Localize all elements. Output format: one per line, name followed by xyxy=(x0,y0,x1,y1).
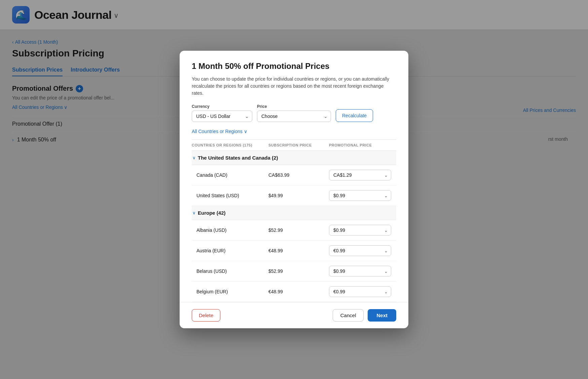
recalculate-button[interactable]: Recalculate xyxy=(336,109,373,122)
sub-price-cell: $52.99 xyxy=(268,227,329,233)
table-row: Belgium (EUR) €48.99 €0.99 xyxy=(192,282,396,302)
sub-price-cell: $49.99 xyxy=(268,193,329,198)
sub-price-cell: CA$63.99 xyxy=(268,172,329,178)
modal-body: 1 Month 50% off Promotional Prices You c… xyxy=(180,51,408,302)
currency-price-row: Currency USD - US Dollar Price Choose xyxy=(192,104,396,122)
country-cell: Austria (EUR) xyxy=(192,248,268,253)
header-promo-price: PROMOTIONAL PRICE xyxy=(329,143,396,147)
promo-price-cell: €0.99 xyxy=(329,286,396,297)
sub-price-cell: €48.99 xyxy=(268,248,329,253)
sub-price-cell: $52.99 xyxy=(268,268,329,274)
promo-price-select[interactable]: CA$1.29 xyxy=(329,170,391,180)
table-row: Albania (USD) $52.99 $0.99 xyxy=(192,220,396,241)
country-cell: Belgium (EUR) xyxy=(192,289,268,294)
price-label: Price xyxy=(257,104,331,109)
all-countries-chevron-icon: ∨ xyxy=(244,129,247,134)
country-cell: Albania (USD) xyxy=(192,227,268,233)
country-cell: Belarus (USD) xyxy=(192,268,268,274)
country-cell: Canada (CAD) xyxy=(192,172,268,178)
currency-select-wrapper: USD - US Dollar xyxy=(192,111,252,122)
table-header: COUNTRIES OR REGIONS (175) SUBSCRIPTION … xyxy=(192,140,396,151)
modal-description: You can choose to update the price for i… xyxy=(192,76,396,97)
promo-price-select[interactable]: $0.99 xyxy=(329,190,391,201)
promo-price-cell: $0.99 xyxy=(329,225,396,236)
table-row: Austria (EUR) €48.99 €0.99 xyxy=(192,241,396,261)
modal-title: 1 Month 50% off Promotional Prices xyxy=(192,61,396,71)
promo-price-cell: $0.99 xyxy=(329,190,396,201)
promo-price-select[interactable]: €0.99 xyxy=(329,286,391,297)
all-countries-link[interactable]: All Countries or Regions ∨ xyxy=(192,129,396,134)
delete-button[interactable]: Delete xyxy=(192,309,220,322)
countries-table[interactable]: COUNTRIES OR REGIONS (175) SUBSCRIPTION … xyxy=(192,139,396,302)
promo-price-select[interactable]: €0.99 xyxy=(329,245,391,256)
header-countries: COUNTRIES OR REGIONS (175) xyxy=(192,143,268,147)
cancel-button[interactable]: Cancel xyxy=(333,309,364,322)
header-sub-price: SUBSCRIPTION PRICE xyxy=(268,143,329,147)
promo-price-cell: $0.99 xyxy=(329,266,396,277)
promo-price-cell: CA$1.29 xyxy=(329,170,396,180)
currency-field-group: Currency USD - US Dollar xyxy=(192,104,252,122)
group-europe: ∨ Europe (42) xyxy=(192,206,396,220)
promo-price-cell: €0.99 xyxy=(329,245,396,256)
modal-footer: Delete Cancel Next xyxy=(180,302,408,328)
promo-price-select[interactable]: $0.99 xyxy=(329,225,391,236)
footer-right-buttons: Cancel Next xyxy=(333,309,396,322)
price-select-wrapper: Choose xyxy=(257,111,331,122)
price-field-group: Price Choose xyxy=(257,104,331,122)
currency-label: Currency xyxy=(192,104,252,109)
table-row: United States (USD) $49.99 $0.99 xyxy=(192,185,396,206)
currency-select[interactable]: USD - US Dollar xyxy=(192,111,252,122)
table-row: Belarus (USD) $52.99 $0.99 xyxy=(192,261,396,282)
price-select[interactable]: Choose xyxy=(257,111,331,122)
group-chevron-icon: ∨ xyxy=(192,155,196,160)
group-chevron-icon: ∨ xyxy=(192,210,196,215)
promo-price-select[interactable]: $0.99 xyxy=(329,266,391,277)
country-cell: United States (USD) xyxy=(192,193,268,198)
next-button[interactable]: Next xyxy=(368,309,396,322)
group-us-canada: ∨ The United States and Canada (2) xyxy=(192,151,396,165)
sub-price-cell: €48.99 xyxy=(268,289,329,294)
modal-overlay: 1 Month 50% off Promotional Prices You c… xyxy=(0,0,588,379)
table-row: Canada (CAD) CA$63.99 CA$1.29 xyxy=(192,165,396,185)
promotional-prices-modal: 1 Month 50% off Promotional Prices You c… xyxy=(180,51,408,328)
